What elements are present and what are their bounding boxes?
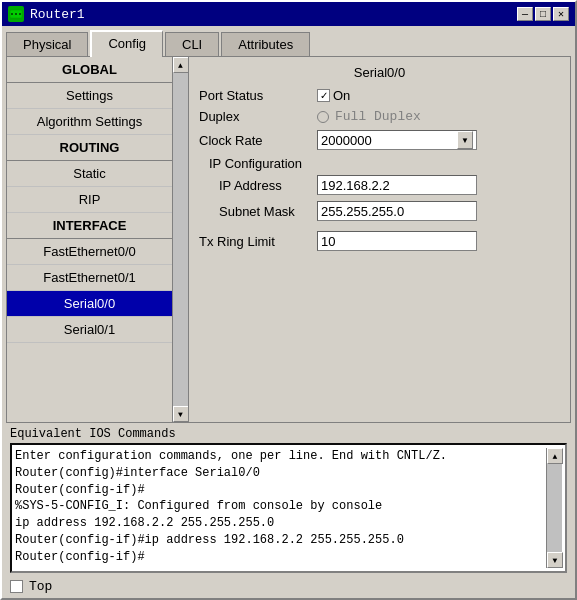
- ip-config-label: IP Configuration: [199, 156, 560, 171]
- port-status-row: Port Status ✓ On: [199, 88, 560, 103]
- port-status-checkbox-container: ✓ On: [317, 88, 350, 103]
- ip-address-row: IP Address: [199, 175, 560, 195]
- ios-line-5: Router(config-if)#ip address 192.168.2.2…: [15, 532, 546, 549]
- tab-physical[interactable]: Physical: [6, 32, 88, 56]
- sidebar-section-global: GLOBAL: [7, 57, 172, 83]
- ios-scroll-up-button[interactable]: ▲: [547, 448, 563, 464]
- sidebar-item-fe0-0[interactable]: FastEthernet0/0: [7, 239, 172, 265]
- ios-scrollbar: ▲ ▼: [546, 448, 562, 568]
- duplex-label: Duplex: [199, 109, 309, 124]
- clock-rate-row: Clock Rate 2000000 ▼: [199, 130, 560, 150]
- ip-address-input[interactable]: [317, 175, 477, 195]
- top-checkbox[interactable]: [10, 580, 23, 593]
- svg-point-2: [15, 13, 17, 15]
- port-status-checkbox[interactable]: ✓: [317, 89, 330, 102]
- ios-line-3: %SYS-5-CONFIG_I: Configured from console…: [15, 498, 546, 515]
- svg-point-1: [11, 13, 13, 15]
- tx-ring-limit-label: Tx Ring Limit: [199, 234, 309, 249]
- tx-ring-limit-input[interactable]: [317, 231, 477, 251]
- maximize-button[interactable]: □: [535, 7, 551, 21]
- sidebar-scrollbar: ▲ ▼: [172, 57, 188, 422]
- duplex-row: Duplex Full Duplex: [199, 109, 560, 124]
- clock-rate-value: 2000000: [321, 133, 372, 148]
- minimize-button[interactable]: —: [517, 7, 533, 21]
- sidebar-item-serial0-0[interactable]: Serial0/0: [7, 291, 172, 317]
- sidebar-item-rip[interactable]: RIP: [7, 187, 172, 213]
- sidebar-item-serial0-1[interactable]: Serial0/1: [7, 317, 172, 343]
- sidebar-item-fe0-1[interactable]: FastEthernet0/1: [7, 265, 172, 291]
- svg-point-3: [19, 13, 21, 15]
- sidebar-item-algorithm-settings[interactable]: Algorithm Settings: [7, 109, 172, 135]
- ios-scroll-down-button[interactable]: ▼: [547, 552, 563, 568]
- main-window: Router1 — □ ✕ Physical Config CLI Attrib…: [0, 0, 577, 600]
- clock-rate-dropdown[interactable]: 2000000 ▼: [317, 130, 477, 150]
- duplex-radio-row: Full Duplex: [317, 109, 421, 124]
- sidebar-section-interface: INTERFACE: [7, 213, 172, 239]
- clock-rate-dropdown-arrow[interactable]: ▼: [457, 131, 473, 149]
- duplex-value: Full Duplex: [335, 109, 421, 124]
- router-icon: [8, 6, 24, 22]
- scroll-track: [173, 73, 188, 406]
- title-bar: Router1 — □ ✕: [2, 2, 575, 26]
- tab-cli[interactable]: CLI: [165, 32, 219, 56]
- subnet-mask-row: Subnet Mask: [199, 201, 560, 221]
- ios-section-label: Equivalent IOS Commands: [10, 427, 567, 441]
- title-bar-buttons: — □ ✕: [517, 7, 569, 21]
- ios-line-2: Router(config-if)#: [15, 482, 546, 499]
- main-content: GLOBAL Settings Algorithm Settings ROUTI…: [6, 56, 571, 423]
- panel-title: Serial0/0: [199, 65, 560, 80]
- subnet-mask-label: Subnet Mask: [199, 204, 309, 219]
- sidebar-inner: GLOBAL Settings Algorithm Settings ROUTI…: [7, 57, 172, 343]
- sidebar: GLOBAL Settings Algorithm Settings ROUTI…: [7, 57, 189, 422]
- title-bar-left: Router1: [8, 6, 85, 22]
- ios-line-4: ip address 192.168.2.2 255.255.255.0: [15, 515, 546, 532]
- right-panel: Serial0/0 Port Status ✓ On Duplex Full D…: [189, 57, 570, 422]
- scroll-down-button[interactable]: ▼: [173, 406, 189, 422]
- tab-bar: Physical Config CLI Attributes: [2, 26, 575, 56]
- ip-address-label: IP Address: [199, 178, 309, 193]
- scroll-up-button[interactable]: ▲: [173, 57, 189, 73]
- tab-attributes[interactable]: Attributes: [221, 32, 310, 56]
- top-label: Top: [29, 579, 52, 594]
- ios-line-0: Enter configuration commands, one per li…: [15, 448, 546, 465]
- bottom-checkbox-row: Top: [10, 579, 567, 594]
- port-status-label: Port Status: [199, 88, 309, 103]
- sidebar-item-static[interactable]: Static: [7, 161, 172, 187]
- tx-ring-limit-row: Tx Ring Limit: [199, 231, 560, 251]
- ios-text-content: Enter configuration commands, one per li…: [15, 448, 546, 568]
- window-title: Router1: [30, 7, 85, 22]
- clock-rate-label: Clock Rate: [199, 133, 309, 148]
- ios-scroll-track: [547, 464, 562, 552]
- ios-line-1: Router(config)#interface Serial0/0: [15, 465, 546, 482]
- ios-terminal: Enter configuration commands, one per li…: [10, 443, 567, 573]
- close-button[interactable]: ✕: [553, 7, 569, 21]
- bottom-area: Equivalent IOS Commands Enter configurat…: [2, 423, 575, 598]
- duplex-radio[interactable]: [317, 111, 329, 123]
- sidebar-section-routing: ROUTING: [7, 135, 172, 161]
- subnet-mask-input[interactable]: [317, 201, 477, 221]
- tab-config[interactable]: Config: [90, 30, 163, 57]
- ios-line-6: Router(config-if)#: [15, 549, 546, 566]
- sidebar-item-settings[interactable]: Settings: [7, 83, 172, 109]
- port-status-on-label: On: [333, 88, 350, 103]
